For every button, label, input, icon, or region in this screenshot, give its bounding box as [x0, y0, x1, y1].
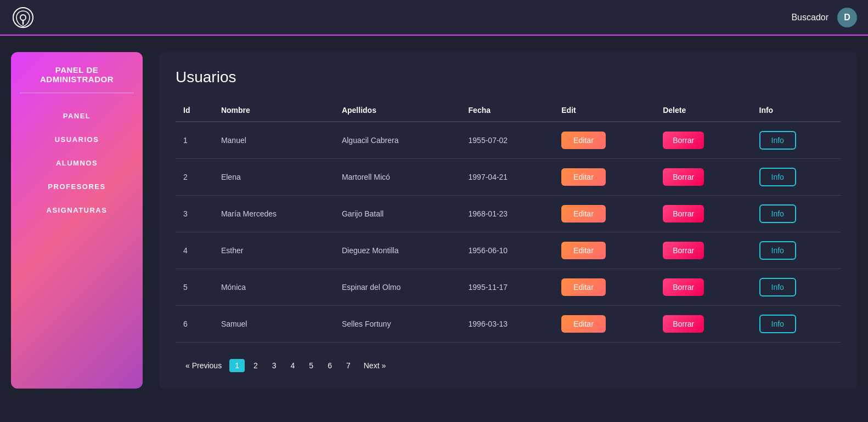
buscador-label[interactable]: Buscador	[791, 13, 828, 22]
col-header-id: Id	[176, 99, 213, 122]
edit-button[interactable]: Editar	[561, 205, 606, 223]
table-row: 5 Mónica Espinar del Olmo 1995-11-17 Edi…	[176, 269, 841, 306]
cell-nombre: Esther	[213, 232, 334, 269]
sidebar-item-panel[interactable]: PANEL	[20, 104, 134, 128]
users-table: Id Nombre Apellidos Fecha Edit Delete In…	[176, 99, 841, 343]
sidebar-item-profesores[interactable]: PROFESORES	[20, 175, 134, 198]
cell-info: Info	[752, 306, 841, 343]
sidebar-item-alumnos[interactable]: ALUMNOS	[20, 151, 134, 175]
cell-fecha: 1995-11-17	[461, 269, 554, 306]
cell-fecha: 1955-07-02	[461, 122, 554, 159]
col-header-fecha: Fecha	[461, 99, 554, 122]
cell-apellidos: Martorell Micó	[334, 159, 461, 196]
delete-button[interactable]: Borrar	[663, 315, 704, 333]
edit-button[interactable]: Editar	[561, 168, 606, 186]
layout: PANEL DE ADMINISTRADOR PANEL USUARIOS AL…	[0, 36, 868, 405]
sidebar-title: PANEL DE ADMINISTRADOR	[20, 65, 134, 84]
cell-id: 4	[176, 232, 213, 269]
pagination-page-1[interactable]: 1	[229, 359, 245, 372]
pagination-next[interactable]: Next »	[359, 359, 390, 372]
table-row: 4 Esther Dieguez Montilla 1956-06-10 Edi…	[176, 232, 841, 269]
cell-apellidos: Garijo Batall	[334, 196, 461, 232]
table-row: 2 Elena Martorell Micó 1997-04-21 Editar…	[176, 159, 841, 196]
col-header-info: Info	[752, 99, 841, 122]
edit-button[interactable]: Editar	[561, 242, 606, 259]
delete-button[interactable]: Borrar	[663, 168, 704, 186]
sidebar: PANEL DE ADMINISTRADOR PANEL USUARIOS AL…	[11, 52, 143, 389]
pagination-page-6[interactable]: 6	[322, 359, 337, 372]
cell-delete: Borrar	[655, 269, 751, 306]
info-button[interactable]: Info	[759, 204, 796, 223]
avatar[interactable]: D	[837, 8, 857, 27]
edit-button[interactable]: Editar	[561, 278, 606, 296]
sidebar-item-asignaturas[interactable]: ASIGNATURAS	[20, 198, 134, 222]
pagination-page-7[interactable]: 7	[341, 359, 356, 372]
cell-edit: Editar	[554, 122, 655, 159]
pagination-previous[interactable]: « Previous	[181, 359, 226, 372]
cell-info: Info	[752, 122, 841, 159]
cell-edit: Editar	[554, 159, 655, 196]
delete-button[interactable]: Borrar	[663, 132, 704, 149]
cell-id: 6	[176, 306, 213, 343]
cell-nombre: María Mercedes	[213, 196, 334, 232]
svg-point-1	[20, 15, 26, 20]
delete-button[interactable]: Borrar	[663, 205, 704, 223]
sidebar-item-usuarios[interactable]: USUARIOS	[20, 128, 134, 151]
delete-button[interactable]: Borrar	[663, 278, 704, 296]
cell-apellidos: Alguacil Cabrera	[334, 122, 461, 159]
cell-nombre: Elena	[213, 159, 334, 196]
cell-delete: Borrar	[655, 306, 751, 343]
table-row: 1 Manuel Alguacil Cabrera 1955-07-02 Edi…	[176, 122, 841, 159]
pagination: « Previous 1 2 3 4 5 6 7 Next »	[176, 359, 841, 372]
cell-delete: Borrar	[655, 122, 751, 159]
cell-edit: Editar	[554, 232, 655, 269]
cell-delete: Borrar	[655, 196, 751, 232]
cell-edit: Editar	[554, 306, 655, 343]
cell-nombre: Manuel	[213, 122, 334, 159]
cell-nombre: Mónica	[213, 269, 334, 306]
cell-delete: Borrar	[655, 232, 751, 269]
info-button[interactable]: Info	[759, 131, 796, 150]
topnav: Buscador D	[0, 0, 868, 36]
cell-fecha: 1996-03-13	[461, 306, 554, 343]
cell-id: 1	[176, 122, 213, 159]
cell-fecha: 1968-01-23	[461, 196, 554, 232]
cell-apellidos: Dieguez Montilla	[334, 232, 461, 269]
pagination-page-4[interactable]: 4	[285, 359, 301, 372]
info-button[interactable]: Info	[759, 315, 796, 333]
delete-button[interactable]: Borrar	[663, 242, 704, 259]
edit-button[interactable]: Editar	[561, 132, 606, 149]
cell-delete: Borrar	[655, 159, 751, 196]
table-row: 3 María Mercedes Garijo Batall 1968-01-2…	[176, 196, 841, 232]
info-button[interactable]: Info	[759, 241, 796, 260]
cell-info: Info	[752, 269, 841, 306]
table-header-row: Id Nombre Apellidos Fecha Edit Delete In…	[176, 99, 841, 122]
cell-fecha: 1997-04-21	[461, 159, 554, 196]
pagination-page-5[interactable]: 5	[303, 359, 319, 372]
logo[interactable]	[11, 5, 35, 30]
sidebar-divider	[20, 93, 134, 93]
cell-id: 2	[176, 159, 213, 196]
cell-id: 5	[176, 269, 213, 306]
col-header-edit: Edit	[554, 99, 655, 122]
col-header-nombre: Nombre	[213, 99, 334, 122]
col-header-apellidos: Apellidos	[334, 99, 461, 122]
main-content: Usuarios Id Nombre Apellidos Fecha Edit …	[159, 52, 857, 389]
cell-id: 3	[176, 196, 213, 232]
cell-edit: Editar	[554, 269, 655, 306]
cell-apellidos: Selles Fortuny	[334, 306, 461, 343]
cell-nombre: Samuel	[213, 306, 334, 343]
cell-info: Info	[752, 232, 841, 269]
pagination-page-3[interactable]: 3	[267, 359, 282, 372]
info-button[interactable]: Info	[759, 278, 796, 296]
pagination-page-2[interactable]: 2	[248, 359, 263, 372]
cell-edit: Editar	[554, 196, 655, 232]
info-button[interactable]: Info	[759, 168, 796, 186]
page-title: Usuarios	[176, 69, 841, 86]
cell-fecha: 1956-06-10	[461, 232, 554, 269]
topnav-right: Buscador D	[791, 8, 857, 27]
edit-button[interactable]: Editar	[561, 315, 606, 333]
cell-apellidos: Espinar del Olmo	[334, 269, 461, 306]
table-row: 6 Samuel Selles Fortuny 1996-03-13 Edita…	[176, 306, 841, 343]
col-header-delete: Delete	[655, 99, 751, 122]
